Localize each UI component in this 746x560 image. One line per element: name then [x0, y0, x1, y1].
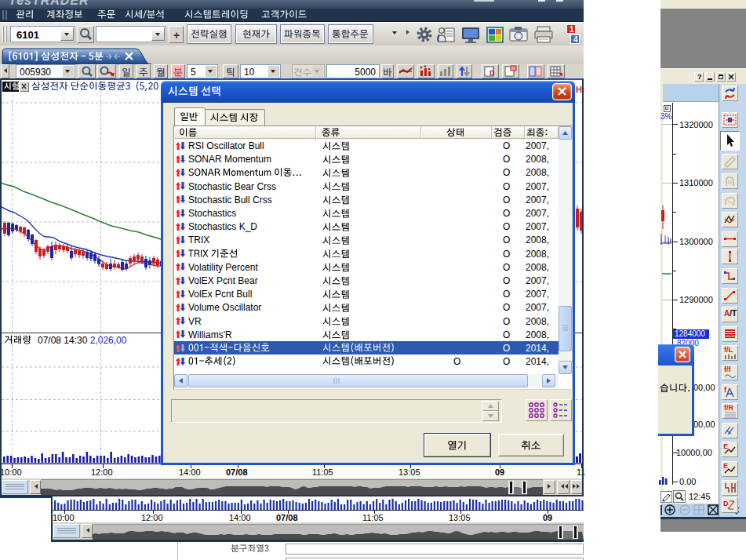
svg-text:f: f [724, 386, 727, 394]
svg-text:D: D [723, 500, 729, 507]
svg-text:E: E [723, 442, 728, 450]
svg-text:E: E [723, 462, 728, 470]
svg-text:D: D [489, 69, 495, 77]
